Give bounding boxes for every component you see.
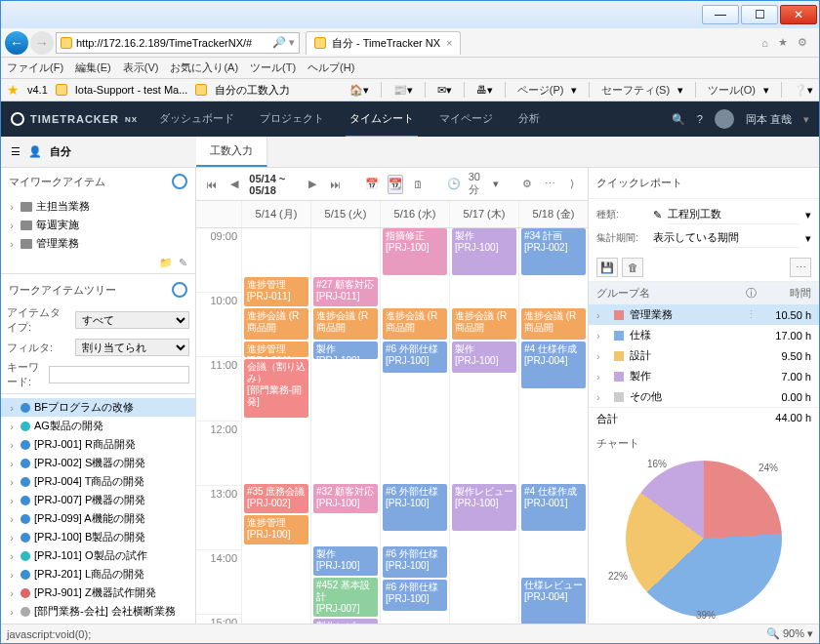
back-button[interactable]: ← (5, 31, 28, 55)
week-view-icon[interactable]: 📆 (388, 175, 403, 194)
calendar-event[interactable]: 進捗管理[PRJ-100] (244, 515, 308, 544)
report-row[interactable]: ›仕様17.00 h (589, 325, 819, 345)
tree-item[interactable]: ›[PRJ-001] R商品開発 (1, 435, 195, 454)
calendar-event[interactable]: #6 外部仕様[PRJ-100] (383, 546, 447, 578)
day-column[interactable]: 進捗管理[PRJ-011]進捗会議 (R商品開進捗管理[PRJ-011]会議（割… (241, 228, 310, 624)
calendar-event[interactable]: 製作[PRJ-100] (452, 228, 516, 275)
mywork-item[interactable]: ›主担当業務 (1, 197, 195, 216)
brand-logo[interactable]: TIMETRACKERNX (11, 112, 138, 126)
calendar-event[interactable]: 進捗会議 (R商品開 (244, 308, 308, 340)
first-icon[interactable]: ⏮ (204, 175, 219, 194)
day-column[interactable]: #34 計画[PRJ-002]進捗会議 (R商品開#4 仕様作成[PRJ-004… (518, 228, 588, 624)
collapse-icon[interactable]: ⟩ (565, 175, 580, 194)
tree-item[interactable]: ›BFプログラムの改修 (1, 398, 195, 417)
keyword-input[interactable] (49, 366, 189, 383)
day-view-icon[interactable]: 📅 (364, 175, 380, 194)
calendar-event[interactable]: #4 仕様作成[PRJ-001] (521, 484, 586, 531)
tree-item[interactable]: ›AG製品の開発 (1, 417, 195, 435)
help-icon[interactable]: ? (697, 113, 703, 125)
search-icon[interactable]: 🔍 (672, 113, 685, 126)
nav-1[interactable]: プロジェクト (256, 101, 328, 138)
row-menu-icon[interactable]: ⋮ (746, 308, 757, 321)
calendar-event[interactable]: 製作[PRJ-100] (313, 546, 378, 576)
report-row[interactable]: ›製作7.00 h (589, 366, 819, 386)
calendar-event[interactable]: 進捗管理[PRJ-011] (244, 342, 308, 357)
month-view-icon[interactable]: 🗓 (411, 175, 426, 194)
refresh-icon[interactable] (172, 282, 187, 298)
day-column[interactable]: 製作[PRJ-100]進捗会議 (R商品開製作[PRJ-100]製作レビュー[P… (449, 228, 518, 624)
tree-item[interactable]: ›[PRJ-901] Z機器試作開発 (1, 584, 195, 602)
user-name[interactable]: 岡本 直哉 (746, 112, 792, 127)
page-menu[interactable]: ページ(P) (517, 83, 564, 98)
report-row[interactable]: ›設計9.50 h (589, 345, 819, 366)
calendar-event[interactable]: 製作レビュー (313, 619, 378, 624)
ie-menu-item[interactable]: お気に入り(A) (170, 60, 238, 75)
fav-link-2[interactable]: 自分の工数入力 (215, 83, 290, 98)
nav-3[interactable]: マイページ (435, 101, 497, 138)
tree-item[interactable]: ›[PRJ-101] O製品の試作 (1, 546, 195, 565)
calendar-event[interactable]: 製作[PRJ-100] (313, 342, 378, 359)
tree-item[interactable]: ›[PRJ-100] B製品の開発 (1, 528, 195, 546)
zoom-icon[interactable]: 🔍 (766, 627, 780, 639)
calendar-event[interactable]: #35 庶務会議[PRJ-002] (244, 484, 308, 513)
address-bar[interactable]: http://172.16.2.189/TimeTrackerNX/# 🔎 ▾ (56, 32, 300, 54)
period-value[interactable]: 表示している期間 (653, 228, 800, 248)
safety-menu[interactable]: セーフティ(S) (601, 83, 670, 98)
refresh-icon[interactable] (172, 174, 187, 189)
day-column[interactable]: #27 顧客対応[PRJ-011]進捗会議 (R商品開製作[PRJ-100]#3… (310, 228, 380, 624)
ie-menu-item[interactable]: ファイル(F) (7, 60, 63, 75)
browser-tab[interactable]: 自分 - TimeTracker NX × (306, 31, 461, 55)
tree-item[interactable]: ›[PRJ-201] L商品の開発 (1, 565, 195, 584)
calendar-event[interactable]: 進捗会議 (R商品開 (521, 308, 586, 340)
tools-icon[interactable]: ⚙ (798, 36, 807, 49)
favorites-icon[interactable]: ★ (778, 36, 788, 49)
tree-item[interactable]: ›[PRJ-007] P機器の開発 (1, 491, 195, 509)
next-icon[interactable]: ▶ (306, 175, 320, 194)
star-icon[interactable]: ★ (7, 82, 20, 98)
avatar[interactable] (715, 109, 734, 129)
calendar-event[interactable]: #452 基本設計[PRJ-007] (313, 578, 378, 617)
ie-menu-item[interactable]: ヘルプ(H) (308, 60, 354, 75)
calendar-event[interactable]: 製作レビュー[PRJ-100] (452, 484, 516, 531)
report-row[interactable]: ›管理業務⋮10.50 h (589, 304, 819, 325)
help-icon[interactable]: ❔▾ (794, 84, 813, 97)
calendar-event[interactable]: #27 顧客対応[PRJ-011] (313, 277, 378, 306)
search-dropdown-icon[interactable]: 🔎 ▾ (272, 36, 295, 49)
ie-menu-item[interactable]: ツール(T) (250, 60, 296, 75)
calendar-event[interactable]: #6 外部仕様[PRJ-100] (383, 342, 447, 373)
tools-menu[interactable]: ツール(O) (708, 83, 756, 98)
maximize-button[interactable]: ☐ (741, 5, 778, 24)
calendar-event[interactable]: 進捗管理[PRJ-011] (244, 277, 308, 306)
mail-icon[interactable]: ✉▾ (437, 84, 452, 97)
calendar-event[interactable]: #32 顧客対応[PRJ-100] (313, 484, 378, 513)
edit-icon[interactable]: ✎ (179, 257, 187, 268)
calendar-event[interactable]: #4 仕様作成[PRJ-004] (521, 342, 586, 388)
filter-select[interactable]: 割り当てられ (75, 339, 189, 356)
calendar-event[interactable]: #6 外部仕様[PRJ-100] (383, 484, 447, 531)
tree-item[interactable]: ›[PRJ-002] S機器の開発 (1, 454, 195, 472)
home-icon[interactable]: 🏠▾ (349, 84, 369, 97)
close-button[interactable]: ✕ (780, 5, 817, 24)
date-range[interactable]: 05/14 ~ 05/18 (249, 173, 297, 196)
report-row[interactable]: ›その他0.00 h (589, 386, 819, 407)
time-step[interactable]: 30分 (469, 171, 485, 197)
calendar-event[interactable]: 会議（割り込み）[部門業務-開発] (244, 359, 308, 418)
nav-2[interactable]: タイムシート (346, 101, 418, 138)
prev-icon[interactable]: ◀ (226, 175, 241, 194)
tab-close-icon[interactable]: × (446, 37, 452, 49)
settings-icon[interactable]: ⚙ (520, 175, 535, 194)
calendar-event[interactable]: 進捗会議 (R商品開 (313, 308, 378, 340)
calendar-event[interactable]: 指摘修正[PRJ-100] (383, 228, 447, 275)
calendar-event[interactable]: 進捗会議 (R商品開 (452, 308, 516, 340)
menu-icon[interactable]: ☰ (11, 145, 20, 158)
tree-item[interactable]: ›[部門業務-会社] 会社横断業務 (1, 602, 195, 621)
forward-button[interactable]: → (30, 31, 54, 55)
last-icon[interactable]: ⏭ (328, 175, 343, 194)
calendar-event[interactable]: 仕様レビュー[PRJ-004] (521, 578, 586, 624)
zoom-level[interactable]: 90% (783, 627, 804, 639)
ie-menu-item[interactable]: 編集(E) (75, 60, 111, 75)
home-icon[interactable]: ⌂ (761, 37, 768, 49)
tree-item[interactable]: ›[PRJ-004] T商品の開発 (1, 472, 195, 491)
mywork-item[interactable]: ›毎週実施 (1, 216, 195, 234)
delete-icon[interactable]: 🗑 (622, 258, 643, 277)
